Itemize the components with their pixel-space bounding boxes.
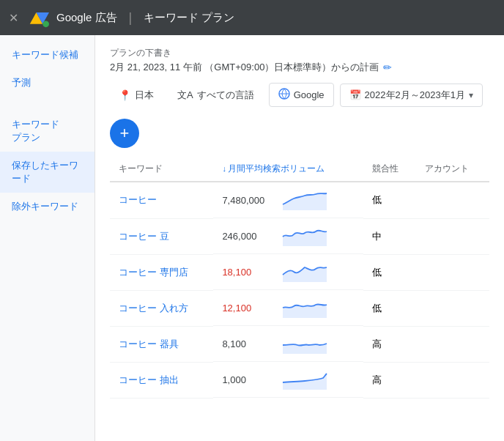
- google-icon: [278, 88, 290, 102]
- sidebar-item-excluded-keywords[interactable]: 除外キーワード: [0, 193, 94, 220]
- sidebar-item-saved-keywords[interactable]: 保存したキーワード: [0, 152, 94, 193]
- date-filter[interactable]: 📅 2022年2月～2023年1月 ▾: [340, 84, 483, 107]
- account-cell: [416, 218, 489, 254]
- keyword-cell[interactable]: コーヒー 抽出: [110, 362, 213, 398]
- volume-cell: 7,480,000: [213, 182, 363, 218]
- plan-date: 2月 21, 2023, 11 午前 （GMT+09:00）日本標準時）からの計…: [110, 61, 489, 74]
- table-row: コーヒー 入れ方12,100低: [110, 290, 489, 326]
- keyword-table: キーワード ↓月間平均検索ボリューム 競合性 アカウント コーヒー7,480,0…: [110, 157, 489, 399]
- plus-icon: +: [120, 124, 130, 143]
- table-row: コーヒー 器具8,100高: [110, 326, 489, 362]
- table-row: コーヒー 抽出1,000高: [110, 362, 489, 398]
- keyword-cell[interactable]: コーヒー 入れ方: [110, 290, 213, 326]
- account-cell: [416, 254, 489, 290]
- keyword-cell[interactable]: コーヒー: [110, 182, 213, 218]
- account-cell: [416, 182, 489, 218]
- table-row: コーヒー 豆246,000中: [110, 218, 489, 254]
- keyword-cell[interactable]: コーヒー 豆: [110, 218, 213, 254]
- filter-bar: 📍 日本 文A すべての言語 Google 📅 2022年: [110, 83, 489, 107]
- volume-cell: 18,100: [213, 254, 363, 290]
- date-label: 2022年2月～2023年1月: [365, 89, 465, 102]
- sparkline-chart: [279, 226, 330, 246]
- language-icon: 文A: [177, 89, 193, 102]
- volume-cell: 12,100: [213, 290, 363, 326]
- add-keyword-button[interactable]: +: [110, 119, 139, 148]
- competition-cell: 低: [363, 254, 416, 290]
- location-filter[interactable]: 📍 日本: [110, 84, 163, 106]
- keyword-cell[interactable]: コーヒー 専門店: [110, 254, 213, 290]
- col-competition: 競合性: [363, 157, 416, 182]
- language-label: すべての言語: [197, 89, 254, 102]
- table-row: コーヒー7,480,000低: [110, 182, 489, 218]
- col-keyword: キーワード: [110, 157, 213, 182]
- account-cell: [416, 362, 489, 398]
- chevron-down-icon: ▾: [469, 90, 473, 100]
- sparkline-chart: [279, 297, 330, 318]
- calendar-icon: 📅: [349, 89, 361, 100]
- plan-label: プランの下書き: [110, 47, 489, 59]
- competition-cell: 低: [363, 182, 416, 218]
- edit-plan-button[interactable]: ✏: [383, 62, 392, 73]
- location-icon: 📍: [119, 89, 131, 101]
- sparkline-chart: [279, 369, 330, 390]
- google-ads-logo: [29, 7, 49, 28]
- volume-cell: 8,100: [213, 326, 363, 362]
- main-layout: キーワード候補 予測 キーワード プラン 保存したキーワード 除外キーワード プ…: [0, 35, 504, 441]
- table-row: コーヒー 専門店18,100低: [110, 254, 489, 290]
- title-divider: |: [129, 10, 133, 26]
- plan-header: プランの下書き 2月 21, 2023, 11 午前 （GMT+09:00）日本…: [110, 47, 489, 74]
- col-account: アカウント: [416, 157, 489, 182]
- sidebar-item-keyword-plan[interactable]: キーワード プラン: [0, 97, 94, 152]
- competition-cell: 中: [363, 218, 416, 254]
- competition-cell: 低: [363, 290, 416, 326]
- svg-point-2: [42, 21, 49, 27]
- app-title: Google 広告: [56, 11, 117, 25]
- sidebar-item-forecast[interactable]: 予測: [0, 69, 94, 97]
- table-header-row: キーワード ↓月間平均検索ボリューム 競合性 アカウント: [110, 157, 489, 182]
- keyword-cell[interactable]: コーヒー 器具: [110, 326, 213, 362]
- sparkline-chart: [279, 333, 330, 354]
- title-bar: ✕ Google 広告 | キーワード プラン: [0, 0, 504, 35]
- sidebar: キーワード候補 予測 キーワード プラン 保存したキーワード 除外キーワード: [0, 35, 95, 441]
- account-cell: [416, 326, 489, 362]
- sparkline-chart: [279, 190, 330, 210]
- volume-cell: 1,000: [213, 362, 363, 398]
- account-cell: [416, 290, 489, 326]
- language-filter[interactable]: 文A すべての言語: [168, 84, 263, 106]
- sparkline-chart: [279, 262, 330, 282]
- network-label: Google: [294, 89, 325, 100]
- content-area: プランの下書き 2月 21, 2023, 11 午前 （GMT+09:00）日本…: [95, 35, 504, 441]
- network-filter[interactable]: Google: [269, 83, 334, 107]
- sidebar-item-keyword-candidates[interactable]: キーワード候補: [0, 41, 94, 69]
- competition-cell: 高: [363, 326, 416, 362]
- close-button[interactable]: ✕: [9, 11, 18, 25]
- location-label: 日本: [135, 89, 154, 102]
- competition-cell: 高: [363, 362, 416, 398]
- sort-down-icon: ↓: [222, 164, 226, 173]
- col-volume[interactable]: ↓月間平均検索ボリューム: [213, 157, 363, 182]
- page-title: キーワード プラン: [144, 11, 234, 25]
- volume-cell: 246,000: [213, 218, 363, 254]
